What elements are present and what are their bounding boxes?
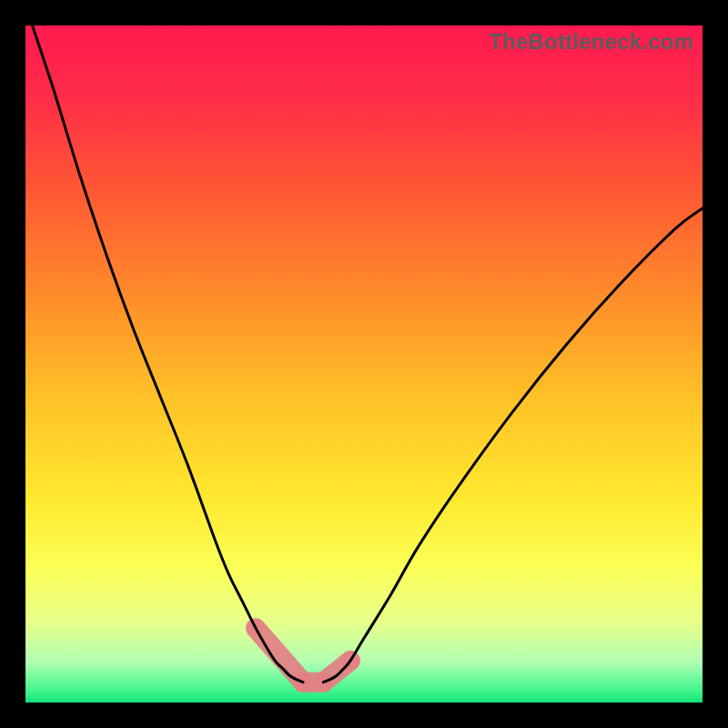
highlight-region [247,619,359,692]
chart-frame: TheBottleneck.com [0,0,728,728]
curves-layer [25,25,703,703]
right-curve [323,208,703,682]
plot-area: TheBottleneck.com [25,25,703,703]
highlight-segment-0 [256,628,303,682]
left-curve [25,25,303,682]
curve-group [25,25,703,682]
